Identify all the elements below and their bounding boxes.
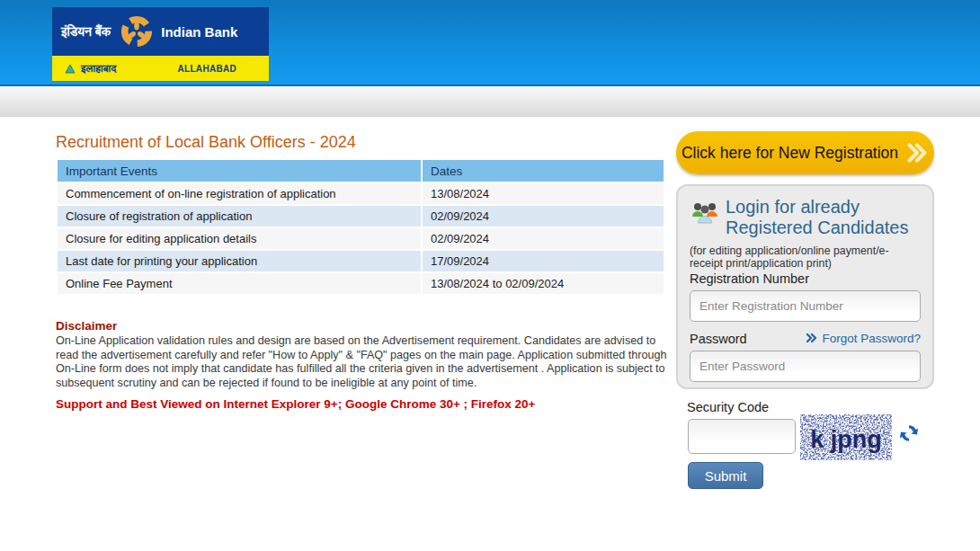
login-heading: Login for already Registered Candidates (726, 197, 908, 238)
disclaimer-body: On-Line Application validation rules and… (56, 334, 674, 390)
new-registration-label: Click here for New Registration (682, 144, 898, 163)
table-cell: Closure of registration of application (58, 206, 421, 227)
table-cell: 17/09/2024 (423, 251, 664, 271)
table-header-row: Important Events Dates (58, 160, 664, 182)
table-cell: 13/08/2024 (423, 183, 664, 204)
triangle-icon (65, 64, 76, 74)
disclaimer-heading: Disclaimer (56, 319, 117, 333)
bank-logo-icon (120, 14, 154, 49)
login-heading-line1: Login for already (726, 197, 908, 218)
bank-city-hindi: इलाहाबाद (81, 62, 116, 75)
header-subbar (0, 88, 980, 117)
submit-button[interactable]: Submit (688, 462, 763, 489)
login-heading-line2: Registered Candidates (726, 218, 908, 238)
table-row: Closure for editing application details0… (58, 228, 664, 249)
table-cell: 13/08/2024 to 02/09/2024 (423, 273, 664, 294)
bank-city-english: ALLAHABAD (178, 64, 236, 74)
table-cell: 02/09/2024 (423, 206, 664, 227)
password-input[interactable] (690, 351, 921, 382)
table-row: Online Fee Payment13/08/2024 to 02/09/20… (58, 273, 664, 294)
bank-logo-block: इंडियन बैंक Indian Bank इलाहाबाद ALLAHAB… (52, 7, 269, 81)
forgot-password-link[interactable]: Forgot Password? (806, 332, 921, 345)
table-row: Closure of registration of application02… (58, 206, 664, 227)
page-title: Recruitment of Local Bank Officers - 202… (56, 133, 356, 152)
security-code-label: Security Code (687, 400, 769, 414)
table-header-dates: Dates (423, 160, 664, 182)
captcha-text: k jpng (810, 426, 882, 453)
table-row: Commencement of on-line registration of … (58, 183, 664, 204)
bank-name-english: Indian Bank (161, 24, 237, 40)
bank-logo-bottom: इलाहाबाद ALLAHABAD (52, 56, 269, 81)
forgot-password-label: Forgot Password? (822, 332, 921, 345)
table-cell: Closure for editing application details (58, 228, 421, 249)
captcha-image: k jpng (800, 414, 892, 460)
browser-support-note: Support and Best Viewed on Internet Expl… (56, 397, 536, 411)
login-note: (for editing application/online payment/… (690, 244, 921, 270)
users-icon (690, 200, 720, 228)
chevron-double-right-small-icon (806, 333, 818, 343)
table-cell: Last date for printing your application (58, 251, 421, 271)
table-cell: Commencement of on-line registration of … (58, 183, 421, 204)
refresh-icon[interactable] (897, 422, 921, 445)
bank-logo-top: इंडियन बैंक Indian Bank (52, 7, 269, 56)
bank-name-hindi: इंडियन बैंक (61, 24, 111, 40)
important-events-table: Important Events Dates Commencement of o… (56, 158, 665, 296)
table-cell: Online Fee Payment (58, 273, 421, 294)
registration-number-input[interactable] (690, 290, 921, 322)
login-panel: Login for already Registered Candidates … (676, 184, 934, 389)
table-row: Last date for printing your application1… (58, 251, 664, 271)
table-header-events: Important Events (58, 160, 421, 182)
registration-number-label: Registration Number (690, 271, 921, 286)
new-registration-button[interactable]: Click here for New Registration (676, 131, 934, 174)
chevron-double-right-icon (904, 142, 929, 164)
password-label: Password (690, 332, 747, 346)
security-code-input[interactable] (688, 419, 796, 454)
page: इंडियन बैंक Indian Bank इलाहाबाद ALLAHAB… (0, 0, 980, 551)
table-cell: 02/09/2024 (423, 228, 664, 249)
